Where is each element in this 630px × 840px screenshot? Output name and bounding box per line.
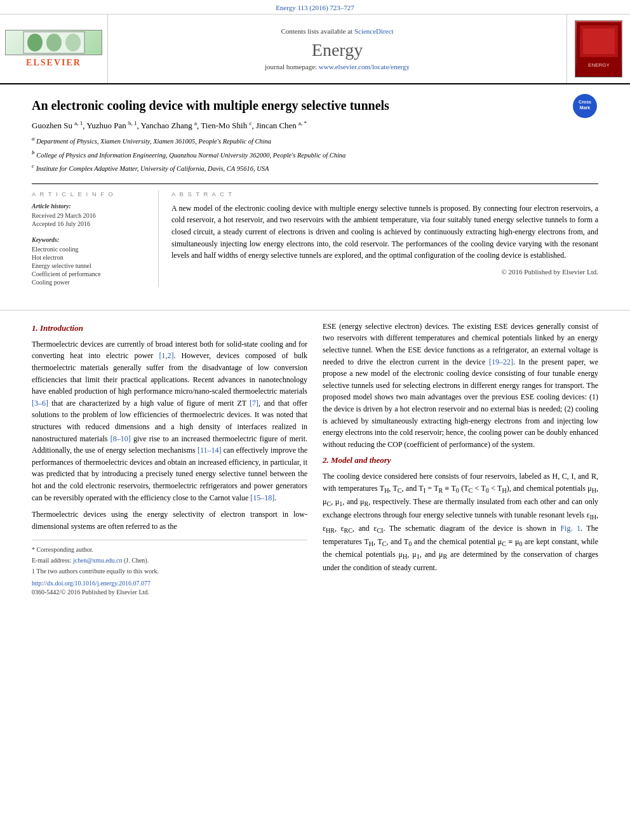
section1-heading: 1. Introduction (32, 323, 307, 333)
email-link[interactable]: jchen@xmu.edu.cn (73, 557, 123, 564)
ref-15-18[interactable]: [15–18] (250, 493, 274, 502)
ref-19-22[interactable]: [19–22] (489, 357, 513, 366)
svg-point-2 (46, 34, 62, 51)
article-title: An electronic cooling device with multip… (32, 97, 598, 114)
doi-link: http://dx.doi.org/10.1016/j.energy.2016.… (32, 580, 307, 587)
body-right-col: ESE (energy selective electron) devices.… (323, 321, 598, 596)
journal-cover-image: ENERGY (575, 20, 622, 77)
citation-text: Energy 113 (2016) 723–727 (276, 4, 354, 11)
issn-text: 0360-5442/© 2016 Published by Elsevier L… (32, 589, 307, 596)
citation-bar: Energy 113 (2016) 723–727 (0, 0, 630, 15)
keyword-5: Cooling power (32, 279, 149, 286)
word-four: four (537, 369, 550, 378)
svg-text:Mark: Mark (580, 105, 590, 110)
journal-thumbnail: ENERGY (566, 15, 630, 83)
svg-point-1 (27, 34, 43, 51)
section2-heading: 2. Model and theory (323, 455, 598, 465)
authors-line: Guozhen Su a, 1, Yuzhuo Pan b, 1, Yancha… (32, 120, 598, 131)
crossmark-icon: Cross Mark (573, 94, 597, 118)
affiliation-c: c Institute for Complex Adaptive Matter,… (32, 162, 598, 173)
copyright: © 2016 Published by Elsevier Ltd. (171, 268, 598, 276)
received-date: Received 29 March 2016 (32, 212, 149, 219)
body-columns: 1. Introduction Thermoelectric devices a… (32, 321, 598, 596)
homepage-line: journal homepage: www.elsevier.com/locat… (265, 63, 410, 70)
ref-7[interactable]: [7] (250, 399, 258, 408)
footnote-section: * Corresponding author. E-mail address: … (32, 540, 307, 596)
journal-info-center: Contents lists available at ScienceDirec… (108, 15, 566, 83)
affiliation-b: b College of Physics and Information Eng… (32, 149, 598, 160)
keyword-1: Electronic cooling (32, 246, 149, 253)
abstract-col: A B S T R A C T A new model of the elect… (171, 190, 598, 287)
ref-8-10[interactable]: [8–10] (111, 434, 131, 443)
ref-11-14[interactable]: [11–14] (198, 446, 222, 455)
body-para-1: Thermoelectric devices are currently of … (32, 338, 307, 503)
sciencedirect-link[interactable]: ScienceDirect (354, 27, 394, 35)
ref-3-6[interactable]: [3–6] (32, 399, 48, 408)
abstract-text: A new model of the electronic cooling de… (171, 203, 598, 262)
svg-rect-6 (583, 29, 615, 54)
crossmark-badge: Cross Mark (573, 94, 598, 119)
contents-available: Contents lists available at ScienceDirec… (281, 27, 393, 35)
journal-name: Energy (312, 40, 363, 60)
history-label: Article history: (32, 203, 149, 210)
journal-header: ELSEVIER Contents lists available at Sci… (0, 15, 630, 84)
keyword-4: Coefficient of performance (32, 270, 149, 277)
publisher-logo: ELSEVIER (0, 15, 108, 83)
ref-1-2[interactable]: [1,2] (159, 351, 173, 360)
article-main: Cross Mark An electronic cooling device … (0, 84, 630, 300)
svg-text:ENERGY: ENERGY (588, 62, 610, 68)
footnote-email: E-mail address: jchen@xmu.edu.cn (J. Che… (32, 556, 307, 565)
accepted-date: Accepted 16 July 2016 (32, 220, 149, 227)
homepage-url[interactable]: www.elsevier.com/locate/energy (319, 63, 410, 70)
article-info-label: A R T I C L E I N F O (32, 190, 149, 197)
contents-text: Contents lists available at (281, 27, 352, 35)
elsevier-image (5, 30, 102, 55)
body-para-2: Thermoelectric devices using the energy … (32, 509, 307, 532)
article-info-col: A R T I C L E I N F O Article history: R… (32, 190, 159, 287)
elsevier-label: ELSEVIER (26, 58, 81, 68)
footnote-equal: 1 The two authors contribute equally to … (32, 567, 307, 576)
keyword-2: Hot electron (32, 254, 149, 261)
body-para-4: The cooling device considered here consi… (323, 470, 598, 574)
article-body: 1. Introduction Thermoelectric devices a… (0, 321, 630, 609)
svg-point-3 (65, 34, 81, 51)
article-info-abstract: A R T I C L E I N F O Article history: R… (32, 183, 598, 287)
doi-url[interactable]: http://dx.doi.org/10.1016/j.energy.2016.… (32, 580, 151, 587)
body-para-3: ESE (energy selective electron) devices.… (323, 321, 598, 451)
footnote-corresponding: * Corresponding author. (32, 545, 307, 554)
keyword-3: Energy selective tunnel (32, 262, 149, 269)
keywords-label: Keywords: (32, 236, 149, 243)
body-left-col: 1. Introduction Thermoelectric devices a… (32, 321, 307, 596)
svg-text:Cross: Cross (579, 100, 591, 104)
abstract-label: A B S T R A C T (171, 190, 598, 197)
affiliation-a: a Department of Physics, Xiamen Universi… (32, 135, 598, 146)
homepage-text: journal homepage: (265, 63, 317, 70)
fig1-link[interactable]: Fig. 1 (560, 524, 580, 533)
content-divider (0, 310, 630, 310)
